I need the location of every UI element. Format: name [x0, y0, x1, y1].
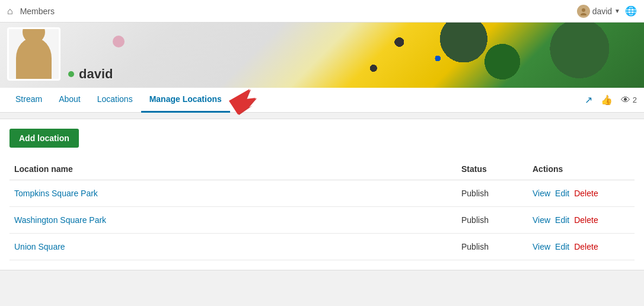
tab-bar-actions: ↗ 👍 👁 2 [585, 94, 637, 106]
col-header-name: Location name [9, 158, 457, 180]
eye-icon: 👁 [621, 95, 630, 106]
table-row: Union Square Publish View Edit Delete [9, 234, 635, 260]
location-status-cell: Publish [457, 180, 528, 207]
location-link[interactable]: Washington Square Park [14, 215, 106, 225]
user-menu[interactable]: david ▼ [577, 5, 620, 18]
delete-link[interactable]: Delete [574, 215, 598, 225]
tab-stream[interactable]: Stream [7, 88, 50, 113]
user-avatar-small [577, 5, 590, 18]
add-location-button[interactable]: Add location [9, 129, 79, 148]
user-name-label: david [592, 7, 612, 16]
share-icon[interactable]: ↗ [585, 94, 592, 106]
delete-link[interactable]: Delete [574, 189, 598, 198]
location-actions-cell: View Edit Delete [528, 207, 635, 234]
tab-bar: Stream About Locations Manage Locations … [0, 88, 644, 113]
avatar-head [23, 27, 45, 43]
location-name-cell: Union Square [9, 234, 457, 260]
top-nav-right: david ▼ 🌐 [577, 5, 637, 18]
location-status-cell: Publish [457, 234, 528, 260]
location-actions-cell: View Edit Delete [528, 180, 635, 207]
online-indicator [68, 71, 74, 77]
profile-name: david [79, 66, 113, 82]
table-row: Tompkins Square Park Publish View Edit D… [9, 180, 635, 207]
globe-icon[interactable]: 🌐 [625, 5, 637, 17]
tab-about[interactable]: About [50, 88, 89, 113]
edit-link[interactable]: Edit [555, 242, 569, 251]
arrow-indicator [224, 87, 257, 118]
col-header-status: Status [457, 158, 528, 180]
col-header-actions: Actions [528, 158, 635, 180]
edit-link[interactable]: Edit [555, 215, 569, 225]
location-name-cell: Washington Square Park [9, 207, 457, 234]
table-row: Washington Square Park Publish View Edit… [9, 207, 635, 234]
view-count-number: 2 [633, 95, 637, 104]
view-link[interactable]: View [533, 189, 550, 198]
top-nav: ⌂ Members david ▼ 🌐 [0, 0, 644, 23]
avatar-body [16, 37, 52, 79]
profile-avatar [7, 27, 60, 81]
location-actions-cell: View Edit Delete [528, 234, 635, 260]
content-area: Add location Location name Status Action… [0, 119, 644, 270]
edit-link[interactable]: Edit [555, 189, 569, 198]
view-link[interactable]: View [533, 215, 550, 225]
location-link[interactable]: Tompkins Square Park [14, 189, 98, 198]
svg-point-1 [581, 13, 586, 15]
location-link[interactable]: Union Square [14, 242, 65, 251]
location-status-cell: Publish [457, 207, 528, 234]
home-icon[interactable]: ⌂ [7, 6, 13, 17]
view-link[interactable]: View [533, 242, 550, 251]
view-count: 👁 2 [621, 95, 637, 106]
svg-point-0 [582, 8, 585, 12]
profile-header: david [0, 23, 644, 88]
chevron-down-icon: ▼ [614, 8, 620, 14]
locations-table: Location name Status Actions Tompkins Sq… [9, 158, 635, 260]
red-arrow-svg [224, 87, 257, 116]
tab-manage-locations[interactable]: Manage Locations [141, 88, 230, 113]
location-name-cell: Tompkins Square Park [9, 180, 457, 207]
tab-locations[interactable]: Locations [89, 88, 141, 113]
svg-marker-3 [229, 89, 256, 114]
like-icon[interactable]: 👍 [601, 94, 613, 106]
members-label: Members [20, 7, 55, 16]
decorative-circle [113, 36, 125, 47]
profile-name-area: david [68, 66, 113, 82]
delete-link[interactable]: Delete [574, 242, 598, 251]
